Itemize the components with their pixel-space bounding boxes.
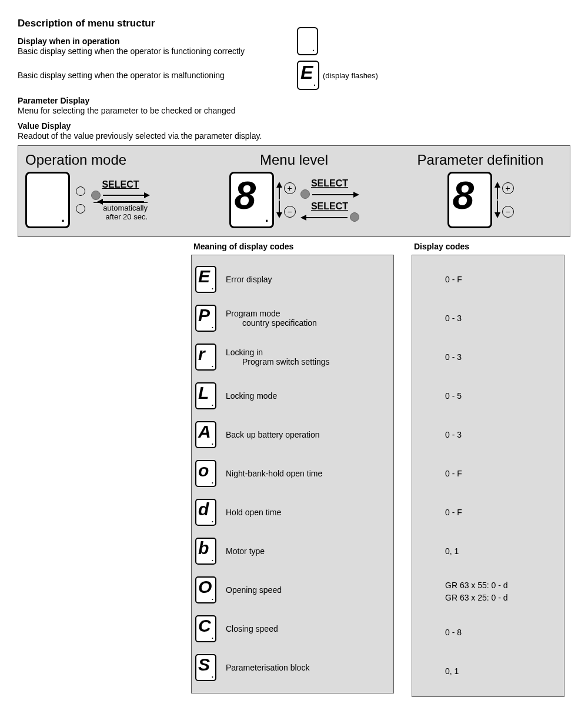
plus-icon: + — [284, 182, 296, 194]
d-lcd-icon: d. — [195, 499, 216, 526]
minus-icon: − — [284, 206, 296, 218]
table-row: 0 - 3 — [416, 299, 560, 338]
a-lcd-icon: A. — [195, 421, 216, 448]
parameter-display-body: Menu for selecting the parameter to be c… — [18, 106, 570, 115]
menu-level-title: Menu level — [260, 152, 328, 168]
meaning-label: Closing speed — [226, 624, 278, 633]
r-lcd-icon: r. — [195, 344, 216, 371]
meaning-sub: country specification — [226, 318, 317, 328]
codes-value: 0, 1 — [445, 666, 459, 676]
arrow-left-icon — [97, 201, 144, 202]
meaning-label: Back up battery operation — [226, 430, 320, 439]
select-label: SELECT — [311, 178, 348, 189]
meaning-label: Motor type — [226, 546, 265, 556]
table-row: E.Error display — [195, 260, 390, 299]
table-row: 0 - F — [416, 454, 560, 493]
value-display-body: Readout of the value previously selected… — [18, 131, 570, 141]
param-lcd-icon: 8 — [447, 172, 492, 228]
table-row: GR 63 x 55: 0 - dGR 63 x 25: 0 - d — [416, 571, 560, 613]
table-row: 0 - F — [416, 493, 560, 532]
plus-icon: + — [502, 182, 514, 194]
codes-value: 0 - 5 — [445, 391, 462, 401]
codes-value: 0 - F — [445, 275, 462, 284]
arrow-up-icon — [497, 182, 497, 199]
operation-mode-title: Operation mode — [25, 152, 126, 168]
codes-value: 0, 1 — [445, 546, 459, 556]
dot-lcd-icon: . — [297, 27, 318, 55]
codes-value: 0 - 8 — [445, 628, 462, 637]
table-row: r.Locking inProgram switch settings — [195, 338, 390, 376]
table-row: 0, 1 — [416, 532, 560, 571]
auto-note-1: automatically — [103, 204, 148, 212]
table-row: d.Hold open time — [195, 493, 390, 532]
meaning-label: Locking mode — [226, 391, 277, 401]
table-row: L.Locking mode — [195, 376, 390, 415]
error-lcd-icon: E . — [297, 61, 319, 90]
c-lcd-icon: C. — [195, 615, 216, 642]
codes-value: 0 - 3 — [445, 352, 462, 362]
arrow-down-icon — [279, 201, 279, 218]
parameter-definition-title: Parameter definition — [417, 152, 544, 168]
table-row: o.Night-bank-hold open time — [195, 454, 390, 493]
l-lcd-icon: L. — [195, 382, 216, 409]
value-display-heading: Value Display — [18, 121, 570, 131]
table-row: P.Program modecountry specification — [195, 299, 390, 338]
meaning-table-header: Meaning of display codes — [191, 237, 394, 255]
codes-value: 0 - 3 — [445, 430, 462, 439]
p-lcd-icon: P. — [195, 305, 216, 332]
table-row: 0 - 8 — [416, 613, 560, 652]
meaning-label: Hold open time — [226, 508, 281, 517]
select-button-icon — [300, 189, 310, 199]
b-lcd-icon: b. — [195, 538, 216, 565]
indicator-circle-icon — [76, 186, 85, 196]
meaning-label: Night-bank-hold open time — [226, 469, 322, 478]
codes-value: 0 - F — [445, 469, 462, 478]
table-row: A.Back up battery operation — [195, 415, 390, 454]
codes-value: 0 - F — [445, 508, 462, 517]
opmode-lcd-icon: . — [25, 172, 70, 228]
table-row: 0, 1 — [416, 652, 560, 691]
table-row: 0 - F — [416, 260, 560, 299]
meaning-label: Parameterisation block — [226, 663, 309, 672]
meaning-label: Opening speed — [226, 585, 282, 595]
menu-lcd-icon: 8 . — [229, 172, 274, 228]
meaning-label: Locking in — [226, 348, 263, 357]
arrow-right-icon — [103, 195, 150, 195]
table-row: 0 - 3 — [416, 415, 560, 454]
table-row: S.Parameterisation block — [195, 648, 390, 687]
minus-icon: − — [502, 206, 514, 218]
meaning-table: E.Error displayP.Program modecountry spe… — [191, 255, 394, 693]
arrow-up-icon — [279, 182, 279, 199]
select-label: SELECT — [311, 201, 348, 212]
table-row: b.Motor type — [195, 532, 390, 571]
meaning-sub: Program switch settings — [226, 357, 330, 366]
codes-table: 0 - F0 - 30 - 30 - 50 - 30 - F0 - F0, 1G… — [412, 255, 564, 697]
table-row: O.Opening speed — [195, 571, 390, 609]
select-label: SELECT — [102, 179, 139, 190]
display-operation-line1: Basic display setting when the operator … — [18, 46, 297, 56]
arrow-right-icon — [312, 194, 359, 195]
flashes-note: (display flashes) — [323, 71, 378, 80]
codes-table-header: Display codes — [412, 237, 564, 255]
arrow-down-icon — [497, 201, 497, 218]
o-lcd-icon: O. — [195, 576, 216, 603]
parameter-display-heading: Parameter Display — [18, 96, 570, 105]
meaning-label: Error display — [226, 275, 272, 284]
display-operation-heading: Display when in operation — [18, 36, 297, 46]
arrow-left-icon — [300, 217, 348, 218]
codes-value: GR 63 x 55: 0 - dGR 63 x 25: 0 - d — [445, 579, 508, 604]
table-row: 0 - 3 — [416, 338, 560, 376]
o-lcd-icon: o. — [195, 460, 216, 487]
select-button-icon — [350, 212, 359, 222]
display-operation-line2: Basic display setting when the operator … — [18, 71, 297, 80]
e-lcd-icon: E. — [195, 266, 216, 293]
indicator-circle-icon — [76, 204, 85, 214]
codes-value: 0 - 3 — [445, 314, 462, 323]
meaning-label: Program mode — [226, 309, 280, 318]
s-lcd-icon: S. — [195, 654, 216, 681]
page-title: Description of menu structur — [18, 18, 570, 29]
auto-note-2: after 20 sec. — [105, 212, 148, 221]
table-row: 0 - 5 — [416, 376, 560, 415]
table-row: C.Closing speed — [195, 609, 390, 648]
mode-diagram: Operation mode . SELECT — [18, 145, 570, 237]
